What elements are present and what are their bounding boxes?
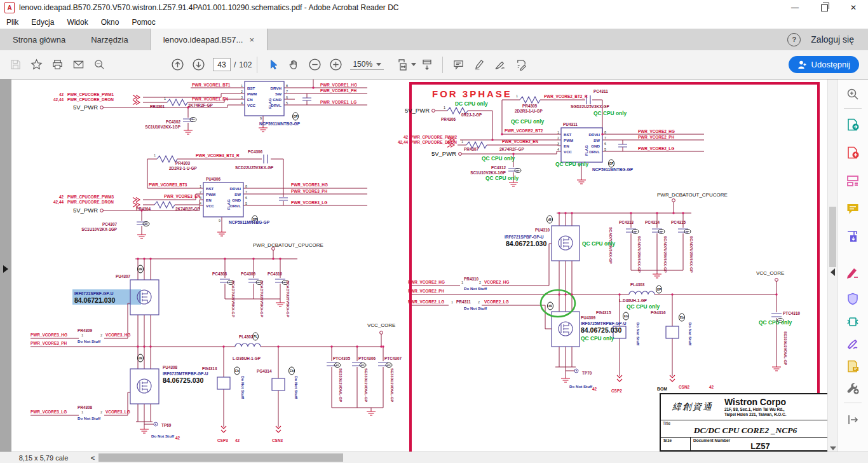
zoom-level-dropdown[interactable]: 150% [350,59,384,70]
sign-in-link[interactable]: Zaloguj się [811,34,854,45]
sheet-title: DC/DC CPU CORE2 _NCP6 [661,425,828,436]
star-button[interactable] [26,54,47,75]
menu-plik[interactable]: Plik [0,18,25,27]
schematic-label: PWR_CPUCORE_PWM3 [67,195,114,199]
tab-document[interactable]: lenovo.ideapad.B57... × [150,29,268,50]
menu-pomoc[interactable]: Pomoc [125,18,161,27]
tab-document-label: lenovo.ideapad.B57... [163,35,243,45]
schematic-label: BST [247,86,255,90]
share-button-label: Udostępnij [811,60,850,69]
combine-files-icon [846,230,860,244]
schematic-label: DRVL [589,149,600,154]
schematic-label: PWM [247,92,257,96]
schematic-label: L-D36UH-1-GP [233,356,261,361]
print-button[interactable] [47,54,68,75]
scroll-down-icon[interactable] [830,446,836,450]
schematic-label: SCAD7U25V5KX-GP [663,236,667,273]
help-icon[interactable]: ? [787,33,801,46]
vertical-scrollbar[interactable] [827,79,837,452]
combine-files-button[interactable] [846,230,860,244]
share-button[interactable]: Udostępnij [789,56,859,73]
tab-close-icon[interactable]: × [249,35,254,45]
tab-tools[interactable]: Narzędzia [78,29,141,50]
select-cursor-icon [268,59,279,71]
schematic-label: 5 [286,101,288,105]
search-tools-button[interactable] [846,87,860,101]
comment-pane-icon [846,202,860,216]
schematic-label: PWR_VCORE2_PH [408,289,445,293]
schematic-label: 1 [451,300,453,304]
expand-nav-pane-icon[interactable] [3,265,8,273]
comment-pane-button[interactable] [846,202,860,216]
schematic-label: PWR_VCORE2_LG [408,300,444,304]
schematic-label: 1 [461,140,463,144]
schematic-label: 1 [557,130,559,134]
schematic-label: SGD22U25V3KX-GP [571,104,609,109]
create-pdf-button[interactable] [846,146,860,160]
select-tool-button[interactable] [262,54,283,75]
minimize-button[interactable]: — [780,0,810,15]
schematic-label: 6 [286,95,288,99]
schematic-label: BOM [657,387,667,391]
protect-shield-icon [846,292,860,306]
schematic-label: SW [593,138,600,142]
save-button[interactable] [5,54,26,75]
schematic-label: PWR_VCORE2_PH [638,135,675,139]
schematic-label: PC4311 [593,89,608,93]
schematic-label: PC4307 [102,222,118,226]
scroll-left-icon[interactable]: < [87,454,98,462]
email-button[interactable] [68,54,89,75]
edit-pdf-button[interactable] [846,174,860,188]
fit-options-chevron-icon[interactable] [411,63,416,66]
schematic-label: PTC4310 [783,311,800,315]
menu-widok[interactable]: Widok [60,18,94,27]
schematic-label: PWR_VCORE1_LG [320,100,356,104]
open-tools-pane-button[interactable] [846,413,860,427]
page-scrolling-button[interactable] [416,54,437,75]
schematic-label: 1 [200,184,201,188]
schematic-label: PU4311 [563,122,578,127]
schematic-label: SE330U2VDML-GP [364,368,368,402]
schematic-label: 8 [245,184,247,188]
zoom-out-button[interactable] [304,54,325,75]
star-icon [31,59,43,71]
schematic-label: FLAG [584,145,588,156]
search-button[interactable] [89,54,110,75]
zoom-out-icon [308,58,322,71]
menu-bar: Plik Edycja Widok Okno Pomoc [0,15,868,29]
pdf-page[interactable]: GPGPGPGPd9d9d9d9EbEbEbEbPL 42PWR_CPUCORE… [11,79,828,452]
protect-pdf-button[interactable] [846,292,860,306]
vertical-scrollbar-thumb[interactable] [829,207,836,267]
schematic-label: 1 [81,333,83,337]
certificates-button[interactable] [846,337,860,351]
next-page-button[interactable] [188,54,209,75]
more-tools-button[interactable] [846,381,860,395]
previous-page-button[interactable] [167,54,188,75]
restore-button[interactable] [810,0,839,15]
fill-sign-pane-button[interactable] [846,265,860,279]
zoom-in-button[interactable] [325,54,346,75]
schematic-label: SW [275,92,281,96]
hand-tool-button[interactable] [283,54,304,75]
request-signatures-button[interactable] [846,359,860,373]
comment-tool-button[interactable] [448,54,469,75]
schematic-label: DC CPU only [455,100,488,107]
highlight-tool-button[interactable] [469,54,490,75]
fill-sign-tool-button[interactable] [511,54,532,75]
schematic-label: DRVH [230,186,241,191]
tab-home[interactable]: Strona główna [0,29,78,50]
collapse-tools-pane-icon[interactable] [831,268,835,276]
sign-tool-button[interactable] [490,54,511,75]
schematic-label: NCP5911MNTBG-GP [229,220,270,225]
menu-okno[interactable]: Okno [95,18,126,27]
export-pdf-button[interactable] [846,118,860,132]
zoom-level-value: 150% [353,60,372,69]
schematic-label: PWR_VCORE3_PH [31,341,67,345]
close-button[interactable]: ✕ [839,0,868,15]
compress-pdf-button[interactable] [846,315,860,329]
horizontal-scrollbar-thumb[interactable] [98,453,343,462]
page-number-input[interactable] [213,58,231,71]
menu-edycja[interactable]: Edycja [25,18,60,27]
schematic-label: PC4306 [248,149,263,154]
page-scrolling-icon [421,59,433,71]
